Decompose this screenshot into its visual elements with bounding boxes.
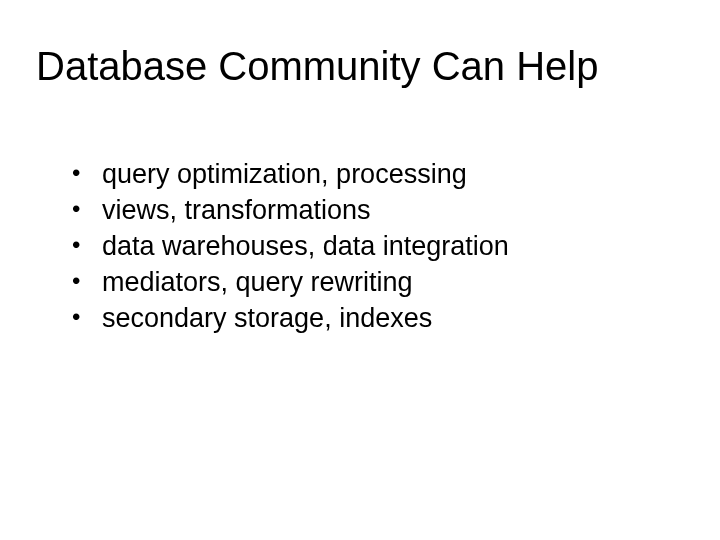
bullet-icon: •	[72, 231, 102, 259]
list-item: • mediators, query rewriting	[72, 267, 720, 298]
bullet-icon: •	[72, 303, 102, 331]
bullet-text: secondary storage, indexes	[102, 303, 432, 334]
bullet-text: views, transformations	[102, 195, 371, 226]
bullet-text: data warehouses, data integration	[102, 231, 509, 262]
list-item: • views, transformations	[72, 195, 720, 226]
slide-container: Database Community Can Help • query opti…	[0, 0, 720, 540]
list-item: • secondary storage, indexes	[72, 303, 720, 334]
slide-title: Database Community Can Help	[0, 44, 720, 89]
bullet-icon: •	[72, 195, 102, 223]
bullet-icon: •	[72, 267, 102, 295]
bullet-list: • query optimization, processing • views…	[0, 89, 720, 334]
list-item: • data warehouses, data integration	[72, 231, 720, 262]
bullet-text: query optimization, processing	[102, 159, 467, 190]
list-item: • query optimization, processing	[72, 159, 720, 190]
bullet-icon: •	[72, 159, 102, 187]
bullet-text: mediators, query rewriting	[102, 267, 413, 298]
